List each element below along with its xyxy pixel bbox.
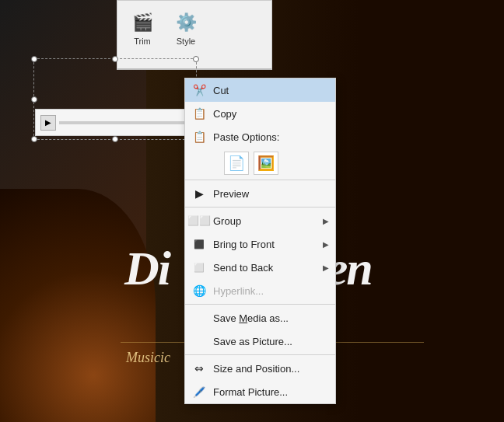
disc-area bbox=[0, 189, 156, 422]
hyperlink-label: Hyperlink... bbox=[213, 285, 329, 297]
copy-icon: 📋 bbox=[191, 106, 207, 121]
paste-format-icon: 📄 bbox=[228, 155, 245, 172]
paste-options-icon: 📋 bbox=[191, 129, 207, 145]
save-media-icon bbox=[191, 310, 207, 326]
size-position-icon: ⇔ bbox=[191, 361, 207, 376]
menu-divider-4 bbox=[185, 354, 335, 355]
menu-item-send-to-back[interactable]: ⬜ Send to Back ▶ bbox=[185, 256, 335, 279]
format-picture-icon: 🖊️ bbox=[191, 384, 207, 399]
bring-to-front-icon: ⬛ bbox=[191, 236, 207, 252]
paste-icon-btn-2[interactable]: 🖼️ bbox=[254, 152, 278, 175]
menu-item-paste-options-label: 📋 Paste Options: bbox=[185, 125, 335, 148]
bring-to-front-submenu-arrow: ▶ bbox=[323, 240, 329, 249]
send-to-back-icon: ⬜ bbox=[191, 260, 207, 275]
copy-label: Copy bbox=[213, 108, 329, 120]
menu-item-copy[interactable]: 📋 Copy bbox=[185, 102, 335, 125]
menu-item-cut[interactable]: ✂️ Cut bbox=[185, 78, 335, 102]
cut-icon: ✂️ bbox=[191, 82, 207, 98]
slide-subtitle: Musicic bbox=[126, 350, 170, 366]
save-media-label: Save Media as... bbox=[213, 312, 329, 324]
menu-divider-3 bbox=[185, 304, 335, 305]
menu-item-hyperlink[interactable]: 🌐 Hyperlink... bbox=[185, 279, 335, 302]
style-button[interactable]: ⚙️ Style bbox=[169, 7, 203, 49]
trim-label: Trim bbox=[134, 37, 151, 46]
paste-picture-icon: 🖼️ bbox=[257, 155, 275, 172]
preview-icon: ▶ bbox=[191, 186, 207, 201]
send-to-back-label: Send to Back bbox=[213, 262, 317, 274]
context-menu: ✂️ Cut 📋 Copy 📋 Paste Options: 📄 🖼️ ▶ Pr… bbox=[184, 78, 336, 404]
menu-item-save-media[interactable]: Save Media as... bbox=[185, 306, 335, 330]
save-picture-label: Save as Picture... bbox=[213, 336, 329, 347]
menu-item-preview[interactable]: ▶ Preview bbox=[185, 182, 335, 205]
style-icon: ⚙️ bbox=[173, 10, 198, 35]
trim-icon: 🎬 bbox=[130, 10, 155, 35]
send-to-back-submenu-arrow: ▶ bbox=[323, 263, 329, 272]
video-placeholder: ▶ bbox=[35, 109, 191, 136]
menu-item-bring-to-front[interactable]: ⬛ Bring to Front ▶ bbox=[185, 232, 335, 256]
save-picture-icon bbox=[191, 333, 207, 349]
hyperlink-icon: 🌐 bbox=[191, 283, 207, 298]
menu-item-group[interactable]: ⬜⬜ Group ▶ bbox=[185, 209, 335, 232]
trim-button[interactable]: 🎬 Trim bbox=[125, 7, 159, 49]
style-label: Style bbox=[177, 37, 195, 46]
menu-divider-1 bbox=[185, 180, 335, 180]
group-icon: ⬜⬜ bbox=[191, 213, 207, 228]
ribbon-toolbar: 🎬 Trim ⚙️ Style bbox=[117, 0, 272, 70]
format-picture-label: Format Picture... bbox=[213, 386, 329, 398]
paste-options-label: Paste Options: bbox=[213, 131, 329, 143]
menu-item-size-position[interactable]: ⇔ Size and Position... bbox=[185, 357, 335, 380]
scrubber[interactable] bbox=[59, 121, 185, 124]
group-label: Group bbox=[213, 215, 317, 227]
menu-item-save-picture[interactable]: Save as Picture... bbox=[185, 330, 335, 353]
size-position-label: Size and Position... bbox=[213, 363, 329, 375]
play-button[interactable]: ▶ bbox=[40, 115, 56, 131]
group-submenu-arrow: ▶ bbox=[323, 217, 329, 225]
cut-label: Cut bbox=[213, 85, 329, 96]
bring-to-front-label: Bring to Front bbox=[213, 239, 317, 250]
menu-item-format-picture[interactable]: 🖊️ Format Picture... bbox=[185, 380, 335, 403]
preview-label: Preview bbox=[213, 188, 329, 200]
paste-options-row: 📄 🖼️ bbox=[185, 148, 335, 178]
paste-icon-btn-1[interactable]: 📄 bbox=[224, 152, 249, 175]
menu-divider-2 bbox=[185, 207, 335, 208]
